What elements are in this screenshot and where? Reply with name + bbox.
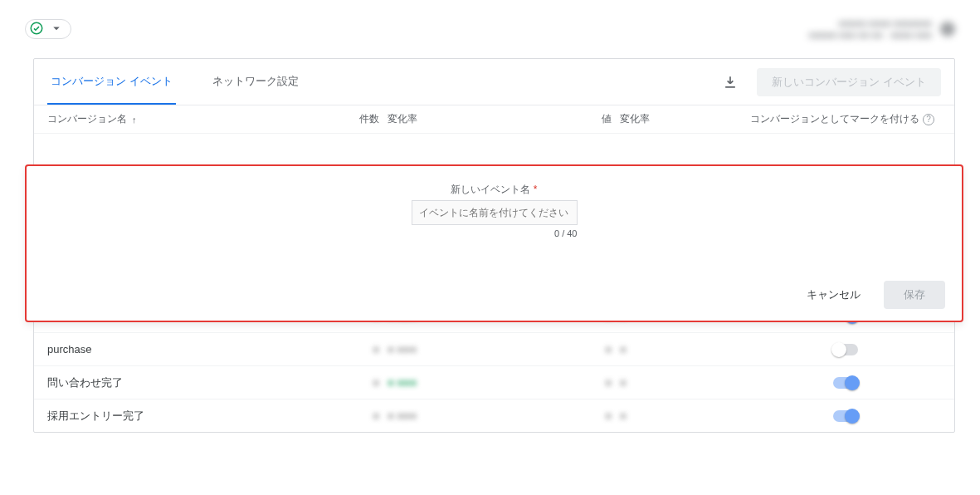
char-counter: 0 / 40	[412, 228, 578, 238]
table-row: 問い合わせ完了■■ ■■■■■	[34, 365, 954, 399]
column-rate2-header: 変化率	[612, 112, 678, 126]
download-icon[interactable]	[717, 69, 744, 96]
new-event-label: 新しいイベント名 *	[451, 183, 537, 197]
cancel-button[interactable]: キャンセル	[797, 281, 870, 309]
status-chip[interactable]	[25, 19, 71, 39]
row-rate2: ■	[612, 409, 678, 422]
save-button[interactable]: 保存	[884, 281, 945, 309]
mark-toggle[interactable]	[833, 410, 858, 422]
help-icon[interactable]: ?	[923, 114, 934, 125]
column-name-header[interactable]: コンバージョン名	[47, 112, 329, 126]
row-value: ■	[562, 376, 612, 389]
row-rate1: ■ ■■■	[379, 409, 446, 422]
row-name: 採用エントリー完了	[47, 409, 329, 424]
svg-point-0	[31, 22, 42, 34]
event-name-input[interactable]	[412, 200, 578, 225]
row-rate1: ■ ■■■	[379, 343, 446, 355]
row-rate2: ■	[612, 376, 678, 389]
header-meta-line2: ■■■■■ ■■■ ■■ ■■ - ■■■■ ■■■	[809, 29, 932, 41]
row-count: ■	[329, 343, 379, 355]
tab-network-settings[interactable]: ネットワーク設定	[209, 59, 302, 105]
row-name: purchase	[47, 343, 329, 355]
new-conversion-event-button[interactable]: 新しいコンバージョン イベント	[757, 68, 941, 96]
mark-toggle[interactable]	[833, 344, 858, 355]
column-value-header: 値	[562, 112, 612, 126]
header-meta-line1: ■■■■■ ■■■■ ■■■■■■■	[809, 17, 932, 29]
check-circle-icon	[29, 21, 44, 38]
row-count: ■	[329, 376, 379, 389]
row-count: ■	[329, 409, 379, 422]
row-value: ■	[562, 409, 612, 422]
table-row: purchase■■ ■■■■■	[34, 332, 954, 365]
column-rate1-header: 変化率	[379, 112, 446, 126]
chevron-down-icon	[49, 21, 64, 38]
header-meta: ■■■■■ ■■■■ ■■■■■■■ ■■■■■ ■■■ ■■ ■■ - ■■■…	[809, 17, 955, 41]
table-header: コンバージョン名 件数 変化率 値 変化率 コンバージョンとしてマークを付ける …	[34, 105, 954, 133]
row-rate2: ■	[612, 343, 678, 355]
sort-asc-icon	[130, 114, 137, 125]
row-name: 問い合わせ完了	[47, 375, 329, 390]
new-event-dialog: 新しいイベント名 * 0 / 40 キャンセル 保存	[25, 164, 963, 322]
table-row: 採用エントリー完了■■ ■■■■■	[34, 399, 954, 432]
column-count-header: 件数	[329, 112, 379, 126]
row-rate1: ■ ■■■	[379, 376, 446, 389]
row-value: ■	[562, 343, 612, 355]
tab-conversion-events[interactable]: コンバージョン イベント	[47, 59, 176, 105]
column-mark-header: コンバージョンとしてマークを付ける ?	[750, 112, 941, 126]
mark-toggle[interactable]	[833, 377, 858, 389]
header-dot-icon	[940, 22, 955, 37]
